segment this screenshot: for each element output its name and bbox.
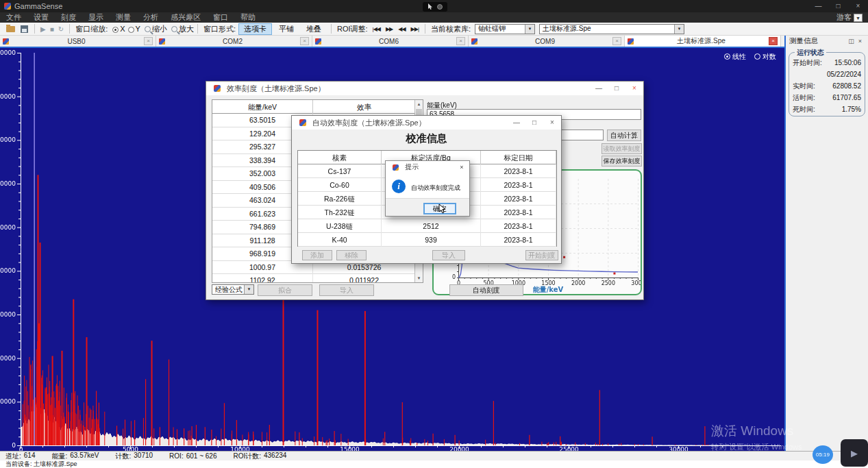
tab-close-icon[interactable]: × [144, 37, 153, 45]
zoom-y-radio[interactable] [128, 27, 134, 33]
spectrum-file-select[interactable]: 土壤标准源.Spe ▼ [539, 24, 684, 34]
date-cell: 2023-8-1 [481, 233, 556, 247]
menu-item[interactable]: 感兴趣区 [164, 12, 207, 23]
minimize-icon[interactable]: — [808, 0, 828, 12]
chevron-down-icon[interactable]: ▼ [244, 285, 253, 294]
table-row[interactable]: K-409392023-8-1 [298, 233, 556, 247]
dialog-title-bar[interactable]: 效率刻度（土壤标准源.Spe） — □ × [206, 82, 643, 95]
zoom-in-label[interactable]: 放大 [179, 24, 194, 34]
mode-tiled-button[interactable]: 平铺 [273, 23, 299, 35]
save-icon[interactable] [21, 25, 28, 33]
zoom-out-icon[interactable] [145, 26, 151, 32]
menu-item[interactable]: 窗口 [207, 12, 234, 23]
fit-button[interactable]: 拟合 [258, 284, 312, 296]
maximize-icon[interactable]: □ [525, 116, 543, 130]
recorder-control-box[interactable]: ▶ [841, 439, 868, 467]
zoom-out-label[interactable]: 缩小 [152, 24, 167, 34]
chevron-down-icon[interactable]: ▼ [854, 14, 863, 22]
read-calibration-button[interactable]: 读取效率刻度 [602, 143, 642, 154]
menu-item[interactable]: 显示 [82, 12, 110, 23]
menu-item[interactable]: 分析 [137, 12, 164, 23]
nuclide-cell: Th-232链 [298, 206, 382, 219]
open-file-icon[interactable] [6, 26, 15, 32]
msgbox-title-bar[interactable]: 提示 × [386, 161, 469, 173]
tab-label: COM2 [165, 38, 300, 45]
add-button[interactable]: 添加 [302, 250, 332, 260]
pin-icon[interactable]: ◫ [847, 38, 856, 45]
zoom-x-label: X [120, 25, 125, 33]
refresh-icon[interactable]: ↻ [58, 25, 64, 33]
close-icon[interactable]: × [856, 38, 865, 45]
recorder-timer-bubble[interactable]: 05:19 [813, 445, 833, 464]
date-cell: 2023-8-1 [481, 164, 556, 178]
spectrum-file-value: 土壤标准源.Spe [543, 24, 591, 34]
save-calibration-button[interactable]: 保存效率刻度 [602, 156, 642, 167]
close-icon[interactable]: × [848, 0, 868, 12]
mode-stacked-button[interactable]: 堆叠 [301, 23, 327, 35]
tab-close-icon[interactable]: × [612, 37, 621, 45]
maximize-icon[interactable]: □ [608, 82, 625, 95]
app-icon [299, 119, 306, 126]
tab-close-icon[interactable]: × [300, 37, 309, 45]
tab-inactive[interactable]: COM9× [469, 36, 625, 47]
info-row: 开始时间:15:50:06 [789, 56, 865, 68]
tab-inactive[interactable]: COM6× [312, 36, 469, 47]
tab-inactive[interactable]: COM2× [156, 36, 312, 47]
tab-active[interactable]: 土壤标准源.Spe× [625, 36, 781, 47]
user-badge[interactable]: 游客 ▼ [836, 12, 868, 23]
info-label: 活时间: [793, 93, 815, 103]
tab-inactive[interactable]: USB0× [0, 36, 156, 47]
nuclide-cell: Co-60 [298, 178, 382, 192]
zoom-x-radio[interactable] [112, 27, 119, 33]
close-icon[interactable]: × [543, 116, 561, 130]
scroll-down-icon[interactable]: ▼ [415, 274, 423, 282]
roi-forward-icon[interactable]: ▶▶ [386, 26, 393, 32]
import-button[interactable]: 导入 [319, 284, 374, 296]
scale-linear-option[interactable]: 线性 [724, 52, 746, 62]
import-button[interactable]: 导入 [432, 250, 465, 260]
screen-recorder-pill[interactable] [423, 2, 447, 12]
menu-item[interactable]: 测量 [110, 12, 137, 23]
start-calibration-button[interactable]: 开始刻度 [525, 250, 558, 260]
formula-select[interactable]: 经验公式 ▼ [212, 284, 254, 295]
menu-item[interactable]: 设置 [27, 12, 55, 23]
status-value: 601 ~ 626 [186, 452, 217, 460]
scroll-up-icon[interactable]: ▲ [415, 100, 423, 108]
close-icon[interactable]: × [454, 164, 469, 171]
efficiency-cell: 0.011922 [313, 274, 416, 283]
roi-last-icon[interactable]: ▶▶| [411, 26, 419, 32]
panel-title: 测量信息 [789, 36, 818, 46]
remove-button[interactable]: 移除 [336, 250, 367, 260]
roi-back-icon[interactable]: ◀◀ [398, 26, 405, 32]
linear-label: 线性 [732, 53, 746, 60]
menu-item[interactable]: 帮助 [234, 12, 262, 23]
stop-acquisition-icon[interactable]: ■ [50, 25, 54, 33]
minimize-icon[interactable]: — [590, 82, 608, 95]
tab-bar: USB0×COM2×COM6×COM9×土壤标准源.Spe× [0, 36, 784, 47]
chevron-down-icon[interactable]: ▼ [674, 25, 684, 34]
menu-item[interactable]: 文件 [0, 12, 27, 23]
chevron-down-icon[interactable]: ▼ [525, 25, 534, 34]
mode-tabbed-button[interactable]: 选项卡 [238, 23, 272, 35]
menu-item[interactable]: 刻度 [55, 12, 82, 23]
roi-first-icon[interactable]: |◀◀ [373, 26, 380, 32]
menu-items: 文件设置刻度显示测量分析感兴趣区窗口帮助 [0, 12, 262, 23]
auto-calibrate-button[interactable]: 自动刻度 [449, 284, 523, 296]
dialog-title-bar[interactable]: 自动效率刻度（土壤标准源.Spe） — □ × [292, 116, 561, 130]
tab-close-icon[interactable]: × [769, 37, 778, 45]
close-icon[interactable]: × [625, 82, 643, 95]
tab-close-icon[interactable]: × [456, 37, 465, 45]
log-label: 对数 [762, 53, 776, 60]
info-label: 死时间: [793, 105, 815, 114]
nuclide-library-select[interactable]: 铀钍镭钾 ▼ [475, 24, 535, 34]
zoom-in-icon[interactable] [171, 26, 177, 32]
start-acquisition-icon[interactable]: ▶ [40, 25, 46, 33]
auto-calc-button[interactable]: 自动计算 [607, 130, 641, 141]
table-row[interactable]: U-238链25122023-8-1 [298, 219, 556, 233]
scale-log-option[interactable]: 对数 [754, 52, 776, 62]
table-row[interactable]: 1102.920.011922 [212, 274, 423, 283]
maximize-icon[interactable]: □ [828, 0, 848, 12]
minimize-icon[interactable]: — [508, 116, 525, 130]
info-label: 开始时间: [793, 58, 822, 68]
status-value: 436234 [264, 452, 286, 461]
